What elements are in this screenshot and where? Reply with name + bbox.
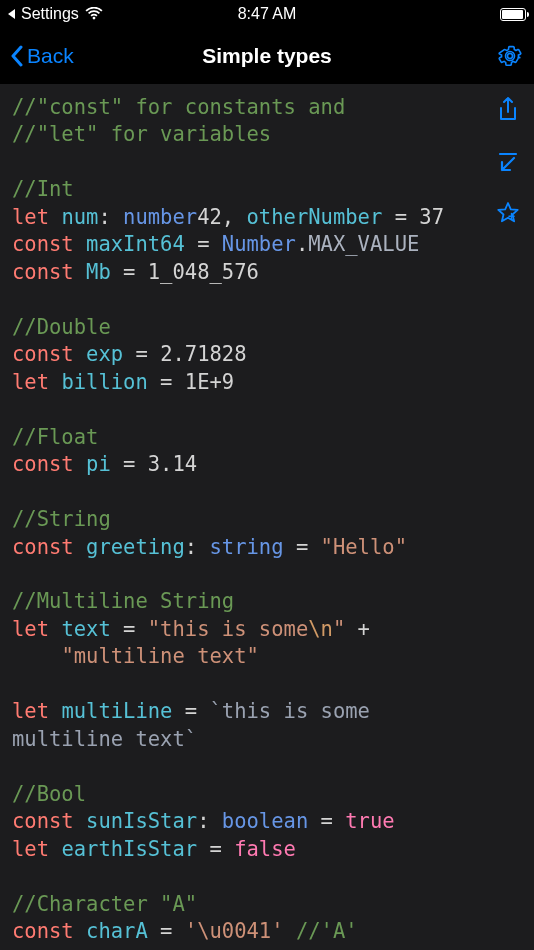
class-name: Number [222,232,296,256]
escape-char: \n [308,617,333,641]
share-icon [496,96,520,124]
gear-icon [496,42,524,70]
template-literal: `this is some [210,699,370,723]
code-editor[interactable]: //"const" for constants and //"let" for … [0,84,534,950]
number-literal: 1E+9 [185,370,234,394]
share-button[interactable] [494,96,522,124]
identifier: num [61,205,98,229]
back-button[interactable]: Back [10,44,100,68]
identifier: charA [86,919,148,943]
number-literal: 37 [419,205,444,229]
keyword-const: const [12,919,74,943]
keyword-const: const [12,809,74,833]
status-bar: Settings 8:47 AM [0,0,534,28]
identifier: greeting [86,535,185,559]
chevron-left-icon [10,45,23,67]
keyword-const: const [12,342,74,366]
wifi-icon [85,7,103,21]
number-literal: 1_048_576 [148,260,259,284]
identifier: multiLine [61,699,172,723]
back-triangle-icon [8,9,15,19]
page-title: Simple types [100,44,434,68]
string-literal: "this is some [148,617,308,641]
code-comment: //"const" for constants and [12,95,345,119]
identifier: text [61,617,110,641]
nav-bar: Back Simple types [0,28,534,84]
back-label: Back [27,44,74,68]
keyword-let: let [12,617,49,641]
identifier: exp [86,342,123,366]
identifier: maxInt64 [86,232,185,256]
code-comment: //"let" for variables [12,122,271,146]
scroll-bottom-button[interactable] [494,148,522,176]
code-comment: //Bool [12,782,86,806]
type: number [123,205,197,229]
boolean-literal: true [345,809,394,833]
keyword-let: let [12,837,49,861]
string-literal: "multiline text" [61,644,258,668]
type: string [210,535,284,559]
boolean-literal: false [234,837,296,861]
arrow-down-to-line-icon [496,150,520,174]
keyword-const: const [12,535,74,559]
identifier: pi [86,452,111,476]
keyword-const: const [12,260,74,284]
code-comment: //String [12,507,111,531]
code-comment: //Character "A" [12,892,197,916]
member: MAX_VALUE [308,232,419,256]
template-literal: multiline text` [12,727,197,751]
code-comment: //'A' [284,919,358,943]
battery-icon [500,8,526,21]
identifier: sunIsStar [86,809,197,833]
code-comment: //Double [12,315,111,339]
favorite-button[interactable] [494,200,522,228]
type: boolean [222,809,308,833]
status-bar-right [500,8,526,21]
identifier: billion [61,370,147,394]
identifier: Mb [86,260,111,284]
keyword-const: const [12,232,74,256]
keyword-const: const [12,452,74,476]
keyword-let: let [12,205,49,229]
keyword-let: let [12,699,49,723]
star-add-icon [495,201,521,227]
return-app-label: Settings [21,5,79,23]
status-bar-return[interactable]: Settings [8,5,103,23]
number-literal: 3.14 [148,452,197,476]
keyword-let: let [12,370,49,394]
code-comment: //Int [12,177,74,201]
editor-action-bar [494,96,522,228]
code-comment: //Float [12,425,98,449]
string-literal: "Hello" [321,535,407,559]
number-literal: 42 [197,205,222,229]
code-comment: //Multiline String [12,589,234,613]
number-literal: 2.71828 [160,342,246,366]
string-literal: '\u0041' [185,919,284,943]
identifier: otherNumber [247,205,383,229]
settings-button[interactable] [496,42,524,70]
identifier: earthIsStar [61,837,197,861]
